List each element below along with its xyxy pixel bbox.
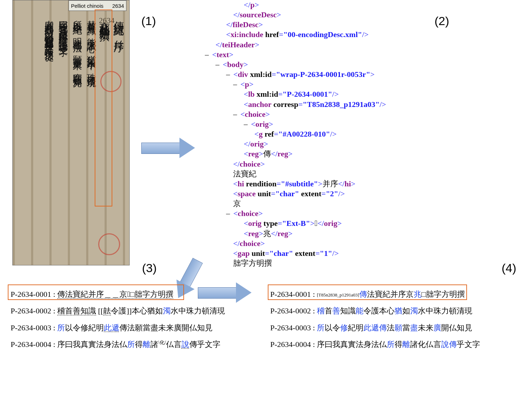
manuscript-column: 者則此真如門乃以證心自覺而相傳耳是故論云一切法從 [41, 11, 55, 258]
xml-line: <g ref="#A00228-010"/> [198, 129, 417, 139]
xml-line: <lb xml:id="P-2634-0001"/> [198, 89, 417, 99]
xml-line: 京 [198, 199, 417, 209]
xml-line: <orig type="Ext-B">𡉵</orig> [198, 218, 417, 228]
xml-line: – <choice> [198, 109, 417, 119]
manuscript-image: Pelliot chinois 2634 2634 傳法寶紀 幷序京北杜胐字方明… [12, 0, 130, 265]
xml-line: <gap unit="char" extent="1"/> [198, 248, 417, 258]
highlight-box [268, 284, 467, 300]
rendered-line: P-2634-0004 : 序曰我真實法身法仏所得離諸\化/仏言說傳乎文字 [11, 336, 244, 353]
xml-line: <anchor corresp="T85n2838_p1291a03"/> [198, 100, 417, 109]
line-id: P-2634-0003 : [11, 323, 57, 332]
xml-line: </orig> [198, 139, 417, 149]
xml-line: <reg>傳</reg> [198, 149, 417, 159]
xml-line: <xi:include href="00-encodingDesc.xml"/> [198, 30, 417, 40]
line-id: P-2634-0002 : [11, 306, 57, 315]
line-id: P-2634-0003 : [270, 323, 317, 332]
xml-code-block: </p></sourceDesc></fileDesc><xi:include … [198, 0, 417, 268]
manuscript-column: 序曰我真實法身法仏所得離諸仏言說傳乎文字 [55, 11, 69, 258]
xml-line: </teiHeader> [198, 40, 417, 50]
rendered-line: P-2634-0004 : 序曰我真實法身法仏所得離諸化仏言說傳乎文字 [270, 336, 525, 353]
xml-line: </fileDesc> [198, 20, 417, 30]
rendered-line: P-2634-0003 : 所以令修紀明此遞傳法願當盡未来廣開仏知見 [11, 319, 244, 336]
rendered-line: P-2634-0002 : 稽首善知識能令護本心猶如濁水中珠力頓清現 [270, 302, 525, 319]
shelfmark-number: 2634 [112, 3, 124, 9]
xml-line: 法寶紀 [198, 169, 417, 179]
xml-line: </choice> [198, 239, 417, 248]
label-2: (2) [435, 14, 449, 28]
arrow-icon [141, 138, 198, 158]
rendered-line: P-2634-0002 : 稽首善知識 [[䏻令護]]本心猶如濁水中珠力頓清現 [11, 302, 244, 319]
xml-line: – <p> [198, 79, 417, 89]
xml-line: – <div xml:id="wrap-P-2634-0001r-0053r"> [198, 70, 417, 79]
label-4: (4) [502, 261, 516, 275]
xml-line: </choice> [198, 159, 417, 169]
xml-line: – <orig> [198, 119, 417, 129]
label-3: (3) [142, 261, 157, 275]
xml-line: – <choice> [198, 209, 417, 218]
shelfmark-collection: Pelliot chinois [71, 3, 104, 9]
xml-line: 胐字方明撰 [198, 258, 417, 268]
xml-line: <reg>兆</reg> [198, 229, 417, 239]
manuscript-column: 所以令稽紀 明此遞傳法 願當盡未來 廣開仏知見 [69, 11, 83, 258]
line-id: P-2634-0002 : [270, 306, 317, 315]
xml-line: – <body> [198, 60, 417, 70]
line-id: P-2634-0004 : [270, 340, 317, 349]
diagram-page: (1) (2) (3) (4) Pelliot chinois 2634 263… [0, 0, 532, 396]
rendered-line: P-2634-0003 : 所以令修紀明此遞傳法願當盡未来廣開仏知見 [270, 319, 525, 336]
highlight-box [95, 10, 112, 206]
manuscript-column: 傳法寶紀 幷序 [112, 11, 126, 258]
xml-line: <hi rendition="#subtitle">并序</hi> [198, 179, 417, 189]
xml-line: <space unit="char" extent="2"/> [198, 189, 417, 199]
xml-line: </p> [198, 0, 417, 10]
line-id: P-2634-0004 : [11, 340, 57, 349]
label-1: (1) [141, 14, 156, 28]
xml-line: – <text> [198, 50, 417, 60]
manuscript-columns: 傳法寶紀 幷序京北杜胐字方明撰替首善知識 能令護本心 猶如濁水中 珠力頓清現所以… [41, 11, 126, 258]
xml-line: </sourceDesc> [198, 10, 417, 20]
highlight-box [8, 284, 184, 300]
